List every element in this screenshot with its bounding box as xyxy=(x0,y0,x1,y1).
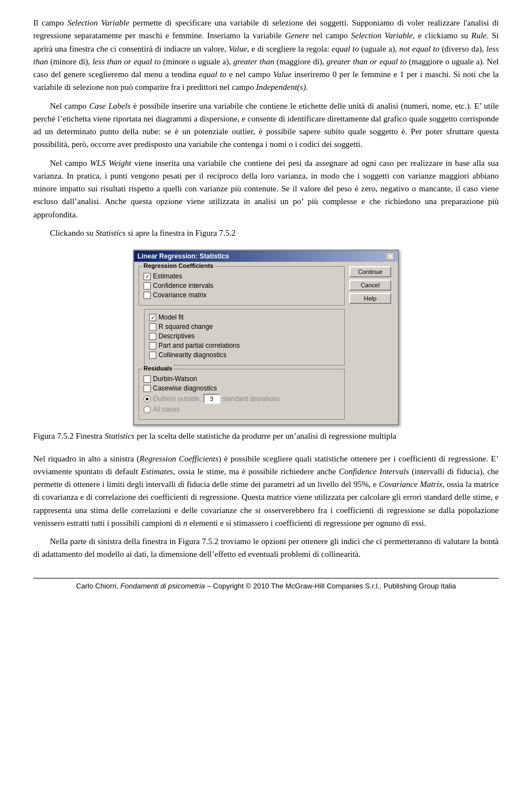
post-paragraph-1: Nel riquadro in alto a sinistra (Regress… xyxy=(33,453,499,530)
outliers-outside-row: Outliers outside: standard deviations xyxy=(144,394,340,404)
main-content: Il campo Selection Variable permette di … xyxy=(33,17,499,240)
r-squared-change-row: R squared change xyxy=(149,323,340,331)
dialog-body: Regression Coefficients Estimates Confid… xyxy=(134,262,398,424)
casewise-diagnostics-row: Casewise diagnostics xyxy=(144,384,340,392)
standard-deviations-label: standard deviations xyxy=(222,395,280,403)
residuals-group: Residuals Durbin-Watson Casewise diagnos… xyxy=(139,369,345,420)
dialog-title: Linear Regression: Statistics xyxy=(137,252,229,260)
outliers-outside-label: Outliers outside: xyxy=(153,395,201,403)
all-cases-row: All cases xyxy=(144,405,340,413)
footer-text: Carlo Chiorri, Fondamenti di psicometria… xyxy=(76,582,456,590)
estimates-label: Estimates xyxy=(153,272,182,280)
confidence-intervals-label: Confidence intervals xyxy=(153,282,213,290)
dialog-right-panel: Continue Cancel Help xyxy=(349,266,393,420)
figure-caption: Figura 7.5.2 Finestra Statistics per la … xyxy=(33,430,499,443)
descriptives-checkbox[interactable] xyxy=(149,333,156,340)
all-cases-label: All cases xyxy=(153,405,180,413)
confidence-intervals-row: Confidence intervals xyxy=(144,282,340,290)
r-squared-change-label: R squared change xyxy=(158,323,213,331)
r-squared-change-checkbox[interactable] xyxy=(149,323,156,331)
paragraph-1: Il campo Selection Variable permette di … xyxy=(33,17,499,94)
paragraph-4: Clickando su Statistics si apre la fines… xyxy=(33,227,499,240)
collinearity-diagnostics-checkbox[interactable] xyxy=(149,352,156,359)
durbin-watson-label: Durbin-Watson xyxy=(153,375,197,383)
covariance-matrix-label: Covariance matrix xyxy=(153,291,207,299)
all-cases-radio[interactable] xyxy=(144,406,151,413)
confidence-intervals-checkbox[interactable] xyxy=(144,282,151,290)
descriptives-label: Descriptives xyxy=(158,332,195,340)
figure-container: Linear Regression: Statistics ✕ Regressi… xyxy=(33,250,499,443)
outliers-value-input[interactable] xyxy=(203,394,220,404)
descriptives-row: Descriptives xyxy=(149,332,340,340)
estimates-row: Estimates xyxy=(144,272,340,280)
outliers-outside-radio[interactable] xyxy=(144,395,151,403)
regression-coefficients-group: Regression Coefficients Estimates Confid… xyxy=(139,266,345,306)
paragraph-3: Nel campo WLS Weight viene inserita una … xyxy=(33,157,499,221)
covariance-matrix-row: Covariance matrix xyxy=(144,291,340,299)
regression-coefficients-label: Regression Coefficients xyxy=(142,262,214,269)
casewise-diagnostics-checkbox[interactable] xyxy=(144,385,151,392)
cancel-button[interactable]: Cancel xyxy=(349,280,391,291)
part-partial-correlations-checkbox[interactable] xyxy=(149,342,156,349)
model-fit-row: Model fit xyxy=(149,313,340,321)
post-paragraph-2: Nella parte di sinistra della finestra i… xyxy=(33,535,499,561)
part-partial-correlations-label: Part and partial correlations xyxy=(158,342,240,349)
footer: Carlo Chiorri, Fondamenti di psicometria… xyxy=(33,578,499,590)
collinearity-diagnostics-label: Collinearity diagnostics xyxy=(158,351,227,359)
casewise-diagnostics-label: Casewise diagnostics xyxy=(153,384,217,392)
residuals-content: Durbin-Watson Casewise diagnostics Outli… xyxy=(144,375,340,413)
durbin-watson-row: Durbin-Watson xyxy=(144,375,340,383)
durbin-watson-checkbox[interactable] xyxy=(144,375,151,383)
collinearity-diagnostics-row: Collinearity diagnostics xyxy=(149,351,340,359)
continue-button[interactable]: Continue xyxy=(349,266,391,277)
help-button[interactable]: Help xyxy=(349,293,391,304)
part-partial-correlations-row: Part and partial correlations xyxy=(149,342,340,349)
model-fit-checkbox[interactable] xyxy=(149,314,156,321)
residuals-label: Residuals xyxy=(142,365,173,372)
dialog-titlebar: Linear Regression: Statistics ✕ xyxy=(134,251,398,262)
close-icon[interactable]: ✕ xyxy=(386,252,395,260)
dialog-left-panel: Regression Coefficients Estimates Confid… xyxy=(139,266,345,420)
paragraph-2: Nel campo Case Labels è possibile inseri… xyxy=(33,100,499,151)
post-figure-content: Nel riquadro in alto a sinistra (Regress… xyxy=(33,453,499,561)
estimates-checkbox[interactable] xyxy=(144,273,151,280)
model-options-group: Model fit R squared change Descriptives … xyxy=(144,309,345,366)
dialog-box: Linear Regression: Statistics ✕ Regressi… xyxy=(133,250,399,425)
regression-coefficients-content: Estimates Confidence intervals Covarianc… xyxy=(144,272,340,299)
model-fit-label: Model fit xyxy=(158,313,183,321)
covariance-matrix-checkbox[interactable] xyxy=(144,292,151,299)
